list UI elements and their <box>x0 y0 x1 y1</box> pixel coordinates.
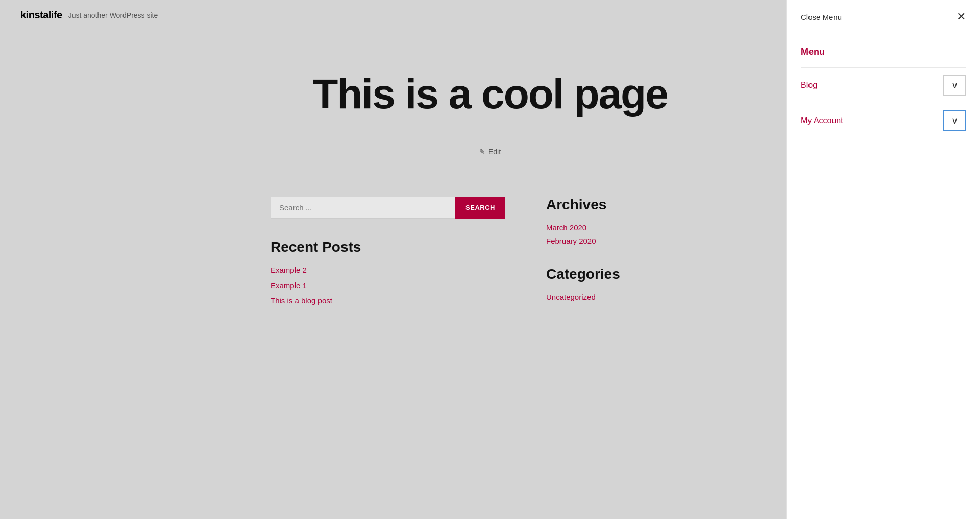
close-menu-text: Close Menu <box>801 13 842 21</box>
close-menu-button[interactable]: ✕ <box>957 11 966 22</box>
menu-item-chevron-myaccount[interactable]: ∨ <box>943 110 966 131</box>
menu-panel-title: Menu <box>801 46 966 57</box>
menu-panel-item-blog: Blog ∨ <box>801 67 966 103</box>
menu-item-chevron-blog[interactable]: ∨ <box>943 75 966 96</box>
menu-item-row-blog: Blog ∨ <box>801 68 966 103</box>
menu-panel-header: Close Menu ✕ <box>787 0 980 34</box>
menu-panel-items: Blog ∨ My Account ∨ <box>801 67 966 138</box>
menu-panel-item-myaccount: My Account ∨ <box>801 103 966 138</box>
menu-item-link-blog[interactable]: Blog <box>801 81 817 90</box>
menu-panel-body: Menu Blog ∨ My Account ∨ <box>787 34 980 151</box>
menu-item-link-myaccount[interactable]: My Account <box>801 116 843 125</box>
menu-overlay[interactable] <box>0 0 582 519</box>
menu-panel: Close Menu ✕ Menu Blog ∨ My Account ∨ <box>786 0 980 519</box>
menu-item-row-myaccount: My Account ∨ <box>801 103 966 138</box>
